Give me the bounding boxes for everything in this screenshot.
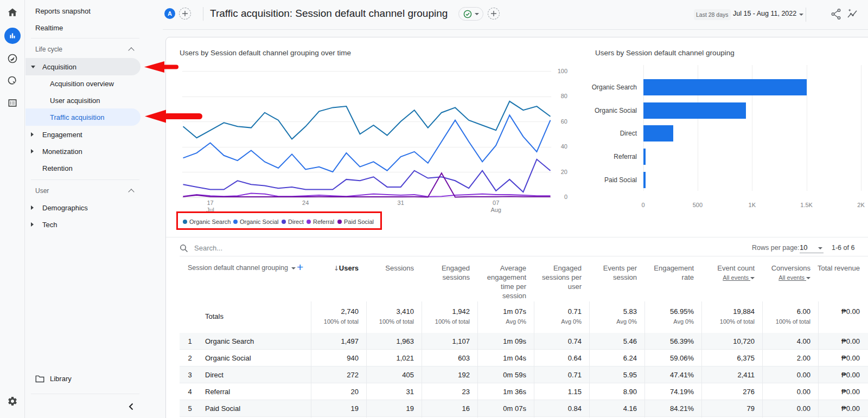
rail-reports-icon[interactable] xyxy=(4,28,21,44)
sidebar-item-tech[interactable]: Tech xyxy=(25,216,141,233)
table-search[interactable]: Search... xyxy=(180,243,342,253)
sidebar-section-user[interactable]: User xyxy=(25,183,141,199)
table-row-organic-social[interactable]: 2Organic Social9401,0216031m 04s0.646.24… xyxy=(180,350,868,366)
column-header-event-count[interactable]: Event countAll events xyxy=(703,263,755,282)
chevron-down-icon[interactable] xyxy=(799,14,803,16)
sidebar-collapse-button[interactable] xyxy=(126,401,137,412)
sidebar-section-label: Life cycle xyxy=(35,46,62,53)
table-row-direct[interactable]: 3Direct2724051920m 59s0.715.9547.41%2,41… xyxy=(180,366,868,383)
rail-home-icon[interactable] xyxy=(4,4,21,21)
plus-icon xyxy=(490,10,497,17)
bar-organic-social xyxy=(643,102,746,119)
x-axis-label: 17 xyxy=(200,200,221,206)
cell-value: 6.24 xyxy=(572,350,637,366)
cell-value: 23 xyxy=(405,383,470,400)
column-header-label: Conversions xyxy=(771,264,810,272)
x-axis-label: 0 xyxy=(633,202,654,208)
bar-direct xyxy=(643,125,673,142)
column-header-users[interactable]: ↓Users xyxy=(310,263,359,273)
cell-value: 47.41% xyxy=(629,366,694,383)
totals-sub-label: 100% of total xyxy=(349,318,414,325)
sidebar-item-library[interactable]: Library xyxy=(25,370,141,387)
sidebar-item-reports-snapshot[interactable]: Reports snapshot xyxy=(25,2,141,20)
sidebar-item-retention[interactable]: Retention xyxy=(25,159,141,177)
sidebar-item-acquisition-overview[interactable]: Acquisition overview xyxy=(25,75,141,92)
cell-value: 8.90 xyxy=(572,383,637,400)
gridline xyxy=(861,65,861,191)
rail-advertising-icon[interactable] xyxy=(4,73,21,89)
bar-chart-title: Users by Session default channel groupin… xyxy=(595,49,735,57)
sidebar-item-demographics[interactable]: Demographics xyxy=(25,199,141,216)
column-header-engagement-rate[interactable]: Engagement rate xyxy=(642,263,694,282)
collapse-arrow-icon xyxy=(31,222,34,227)
totals-sub-label: 100% of total xyxy=(405,318,470,325)
pagination-range: 1-6 of 6 xyxy=(832,244,854,252)
add-comparison-button[interactable] xyxy=(179,8,191,20)
left-icon-rail xyxy=(0,0,25,418)
chevron-down-icon xyxy=(475,13,479,15)
x-axis-label: 31 xyxy=(390,200,412,206)
cell-value: ₱0.00 xyxy=(795,333,860,350)
sidebar-item-realtime[interactable]: Realtime xyxy=(25,19,141,36)
cell-value: 1,107 xyxy=(405,333,470,350)
y-axis-label: 100 xyxy=(554,68,567,74)
cell-value: ₱0.00 xyxy=(795,383,860,400)
column-header-engaged-sessions-per-user[interactable]: Engaged sessions per user xyxy=(529,263,582,291)
table-row-referral[interactable]: 4Referral2031231m 36s1.158.9074.19%2760.… xyxy=(180,383,868,400)
sidebar-item-label: User acquisition xyxy=(50,97,100,105)
row-dimension-value: Paid Social xyxy=(205,400,240,417)
sidebar-item-acquisition[interactable]: Acquisition xyxy=(25,58,141,75)
sidebar-item-monetization[interactable]: Monetization xyxy=(25,143,141,160)
rail-explore-icon[interactable] xyxy=(4,50,21,67)
sidebar-section-life-cycle[interactable]: Life cycle xyxy=(25,41,141,57)
search-underline xyxy=(180,256,868,256)
column-subheader[interactable]: All events xyxy=(778,274,810,281)
cell-value: 16 xyxy=(405,400,470,417)
insights-icon[interactable] xyxy=(846,8,858,20)
column-header-conversions[interactable]: ConversionsAll events xyxy=(758,263,810,282)
cell-value: 1,963 xyxy=(349,333,414,350)
column-subheader[interactable]: All events xyxy=(723,274,755,281)
row-dimension-value: Direct xyxy=(205,366,224,383)
totals-value: 3,410 xyxy=(349,307,414,316)
x-axis-label: Aug xyxy=(485,207,507,213)
x-axis-label: 24 xyxy=(295,200,316,206)
column-header-events-per-session[interactable]: Events per session xyxy=(593,263,637,282)
column-header-sessions[interactable]: Sessions xyxy=(365,263,414,273)
column-header-average-engagement-time-per-session[interactable]: Average engagement time per session xyxy=(482,263,526,300)
sidebar-item-traffic-acquisition[interactable]: Traffic acquisition xyxy=(25,108,141,126)
totals-sub-label: 100% of total xyxy=(745,318,810,325)
add-report-item-button[interactable] xyxy=(488,8,500,20)
line-chart-title: Users by Session default channel groupin… xyxy=(180,49,351,57)
column-divider xyxy=(589,301,590,417)
bar-referral xyxy=(643,149,646,165)
bar-category-label: Paid Social xyxy=(572,176,637,184)
avatar[interactable]: A xyxy=(164,8,175,19)
chevron-up-icon xyxy=(128,47,134,53)
column-header-label: Engaged sessions per user xyxy=(542,264,582,291)
cell-value: 31 xyxy=(349,383,414,400)
share-icon[interactable] xyxy=(831,8,841,20)
x-axis-label: 1.5K xyxy=(796,202,818,208)
sidebar-item-label: Reports snapshot xyxy=(35,7,91,15)
bar-category-label: Referral xyxy=(572,153,637,160)
sidebar-item-label: Tech xyxy=(42,221,57,229)
column-header-total-revenue[interactable]: Total revenue xyxy=(808,263,860,273)
sidebar-item-engagement[interactable]: Engagement xyxy=(25,126,141,143)
table-row-paid-social[interactable]: 5Paid Social1919160m 07s0.844.1684.21%79… xyxy=(180,400,868,417)
add-column-button[interactable]: + xyxy=(297,261,303,274)
sidebar-item-user-acquisition[interactable]: User acquisition xyxy=(25,92,141,109)
report-status-pill[interactable] xyxy=(458,7,483,21)
rail-configure-icon[interactable] xyxy=(4,95,21,111)
gridline xyxy=(182,121,551,122)
dimension-column-header[interactable]: Session default channel grouping xyxy=(188,264,288,272)
rows-per-page-select[interactable]: 10 xyxy=(800,243,824,253)
cell-value: ₱0.00 xyxy=(795,350,860,366)
y-axis-label: 20 xyxy=(554,169,567,175)
totals-value: ₱0.00 xyxy=(795,307,860,316)
column-divider xyxy=(534,301,534,417)
column-header-engaged-sessions[interactable]: Engaged sessions xyxy=(426,263,470,282)
table-row-organic-search[interactable]: 1Organic Search1,4971,9631,1071m 09s0.74… xyxy=(180,333,868,350)
date-range-value[interactable]: Jul 15 - Aug 11, 2022 xyxy=(733,10,796,17)
rail-admin-gear-icon[interactable] xyxy=(4,393,21,409)
